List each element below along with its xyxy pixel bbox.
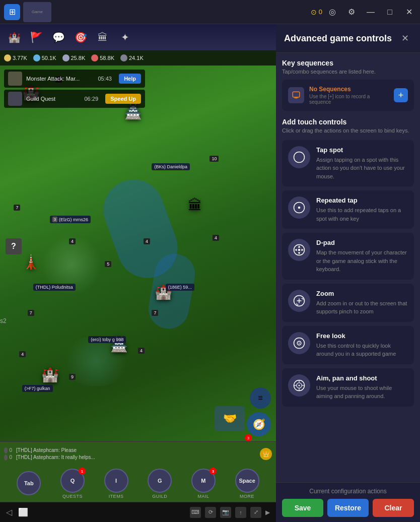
- elzg-num: 3: [52, 217, 57, 222]
- quest-guild[interactable]: Guild Quest 06:29 Speed Up: [4, 90, 145, 108]
- close-window-button[interactable]: ✕: [402, 5, 416, 19]
- alliance-icon[interactable]: 🤝: [215, 406, 245, 431]
- alliance-badge: 3: [245, 434, 252, 441]
- tap-spot-name: Tap spot: [316, 146, 408, 154]
- settings-icon[interactable]: ⚙: [344, 5, 359, 19]
- app-home-icon[interactable]: ⊞: [4, 4, 20, 20]
- svg-marker-7: [298, 245, 301, 248]
- building-level-5: 4: [69, 238, 76, 244]
- minimap-icon[interactable]: 🧭: [247, 412, 271, 436]
- top-bar: ⊞ Game ⊙ 0 ◎ ⚙ — □ ✕: [0, 0, 420, 24]
- minimize-button[interactable]: —: [364, 5, 378, 19]
- player-erci: (erci) toby g 998: [88, 336, 126, 343]
- svg-marker-9: [295, 249, 297, 251]
- resource-iron: 24.1K: [120, 54, 144, 61]
- key-sequences-title: Key sequences: [282, 59, 414, 67]
- save-button[interactable]: Save: [282, 499, 323, 517]
- home-icon[interactable]: ⬜: [18, 507, 28, 517]
- zoom-text: Zoom Add zoom in or out to the screen th…: [316, 290, 408, 316]
- restore-button[interactable]: Restore: [327, 499, 369, 517]
- quest-monster[interactable]: Monster Attack: Mar... 05:43 Help: [4, 70, 145, 88]
- hotkey-label-more: MORE: [240, 494, 254, 499]
- chat-user-icon-2: [4, 454, 8, 461]
- player-186e-label: (186E) 59...: [168, 285, 192, 290]
- quest-icon-2: [8, 92, 22, 106]
- toolbar-left-icons: ◁ ⬜: [6, 507, 28, 517]
- hotkey-key-tab: Tab: [24, 480, 34, 486]
- control-free-look[interactable]: Free look Use this control to quickly lo…: [282, 326, 414, 364]
- building-level-7: 5: [105, 261, 111, 267]
- expand-icon[interactable]: ⤢: [250, 507, 261, 518]
- hotkey-circle-quests[interactable]: Q 1: [60, 469, 85, 493]
- panel-title: Advanced game controls: [284, 33, 392, 44]
- repeated-tap-icon: [288, 197, 310, 219]
- keyboard-icon[interactable]: ⌨: [190, 507, 201, 518]
- game-thumbnail[interactable]: Game: [23, 2, 51, 22]
- svg-point-24: [299, 384, 300, 386]
- no-sequences-label: No Sequences: [309, 86, 389, 93]
- game-map[interactable]: 🏰 🏯 🏛 🗼 🏰 🏯 🏰 4 10 7 4 4 4 5 7 7 4 4 9: [0, 66, 276, 441]
- player-erci-label: (erci) toby g 998: [91, 337, 123, 342]
- rotate-icon[interactable]: ⟳: [205, 507, 216, 518]
- hotkey-label-guild: GUILD: [152, 494, 167, 499]
- control-zoom[interactable]: Zoom Add zoom in or out to the screen th…: [282, 284, 414, 322]
- food-icon: [33, 54, 40, 61]
- hotkey-guild[interactable]: G GUILD: [148, 469, 172, 499]
- free-look-text: Free look Use this control to quickly lo…: [316, 332, 408, 358]
- tracker-icon[interactable]: ◎: [325, 5, 339, 19]
- add-touch-text: Add touch controls Click or drag the act…: [282, 118, 409, 135]
- menu-icon[interactable]: ≡: [250, 387, 271, 409]
- hotkey-circle-items[interactable]: I: [104, 469, 128, 493]
- back-icon[interactable]: ◁: [6, 507, 12, 517]
- hotkey-circle-tab[interactable]: Tab: [17, 471, 41, 495]
- share-icon[interactable]: ↑: [235, 507, 246, 518]
- player-elzg: 3 (ElzG) mrns26: [50, 216, 91, 223]
- tower-building: 🗼: [22, 253, 40, 270]
- chat-crown-icon[interactable]: 👑: [260, 448, 272, 460]
- hotkey-key-quests: Q: [71, 478, 75, 484]
- clear-button[interactable]: Clear: [373, 499, 414, 517]
- nav-target-icon[interactable]: 🎯: [71, 27, 91, 47]
- control-aim-pan-shoot[interactable]: Aim, pan and shoot Use your mouse to sho…: [282, 368, 414, 407]
- add-touch-header: Add touch controls Click or drag the act…: [282, 118, 414, 135]
- maximize-button[interactable]: □: [383, 5, 397, 19]
- nav-compass-icon[interactable]: ✦: [115, 27, 135, 47]
- hotkey-items[interactable]: I ITEMS: [104, 469, 128, 499]
- gold-icon: [4, 54, 11, 61]
- arrow-right-icon[interactable]: ▶: [265, 509, 270, 516]
- hotkey-label-quests: QUESTS: [62, 494, 83, 499]
- hotkey-tab[interactable]: Tab: [17, 471, 41, 496]
- nav-chat-icon[interactable]: 💬: [48, 27, 68, 47]
- nav-building-icon[interactable]: 🏛: [93, 27, 113, 47]
- quest-btn-speedup[interactable]: Speed Up: [105, 94, 141, 104]
- panel-content: Key sequences Tap/combo sequences are li…: [276, 53, 420, 482]
- camera-icon[interactable]: 📷: [220, 507, 231, 518]
- hotkey-mail[interactable]: M 3 MAIL: [191, 469, 216, 499]
- control-tap-spot[interactable]: Tap spot Assign tapping on a spot with t…: [282, 140, 414, 187]
- building-level-4: 4: [213, 235, 219, 241]
- hotkey-more[interactable]: Space MORE: [235, 469, 259, 499]
- free-look-icon: [288, 332, 310, 354]
- dpad-desc: Map the movement of your character or th…: [316, 248, 408, 274]
- nav-flag-icon[interactable]: 🚩: [26, 27, 46, 47]
- quest-bar: Monster Attack: Mar... 05:43 Help Guild …: [4, 70, 145, 108]
- panel-close-button[interactable]: ✕: [398, 31, 412, 45]
- player-f7: (>F7) gulkan: [22, 385, 53, 392]
- hotkey-circle-mail[interactable]: M 3: [191, 469, 216, 493]
- resource-food: 50.1K: [33, 54, 56, 61]
- control-repeated-tap[interactable]: Repeated tap Use this to add repeated ta…: [282, 190, 414, 229]
- nav-castle-icon[interactable]: 🏰: [4, 27, 24, 47]
- aim-pan-shoot-desc: Use your mouse to shoot while aiming and…: [316, 384, 408, 401]
- hotkey-circle-guild[interactable]: G: [148, 469, 172, 493]
- control-dpad[interactable]: D-pad Map the movement of your character…: [282, 233, 414, 280]
- quest-title-2: Guild Quest: [26, 96, 77, 102]
- add-sequence-button[interactable]: +: [394, 88, 408, 102]
- svg-marker-8: [298, 252, 301, 255]
- iron-icon: [120, 54, 127, 61]
- quest-btn-help[interactable]: Help: [119, 74, 141, 84]
- stone-icon: [62, 54, 69, 61]
- hotkey-quests[interactable]: Q 1 QUESTS: [60, 469, 85, 499]
- player-bks: (BKs) Danieldpa: [152, 163, 190, 170]
- hotkey-circle-more[interactable]: Space: [235, 469, 259, 493]
- svg-rect-0: [293, 92, 300, 98]
